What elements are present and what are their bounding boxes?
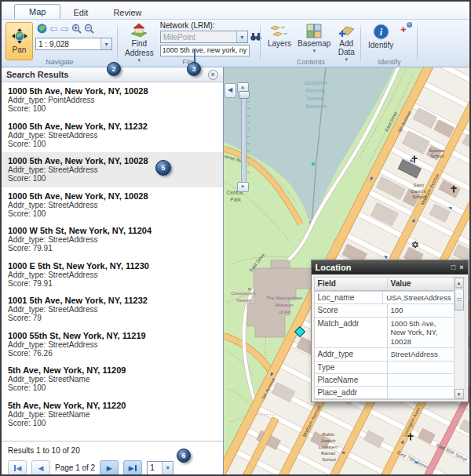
last-page-button[interactable]: ▶ xyxy=(123,460,142,475)
group-label-navigate: Navigate xyxy=(2,58,118,66)
forward-extent-icon[interactable]: ⇨ xyxy=(60,24,69,34)
popup-close-icon[interactable]: × xyxy=(459,263,463,271)
page-indicator: Page 1 of 2 xyxy=(55,463,95,472)
result-score: Score: 79.91 xyxy=(8,244,217,253)
result-item[interactable]: 1000 E 5th St, New York, NY, 11230 Addr_… xyxy=(2,257,223,293)
scrollbar-up-icon[interactable]: ▴ xyxy=(455,278,464,288)
next-page-button[interactable]: ▶ xyxy=(100,460,119,475)
location-popup-titlebar[interactable]: Location □ × xyxy=(312,260,468,274)
zoom-in-icon[interactable] xyxy=(71,24,82,34)
previous-page-button[interactable]: ◀ xyxy=(31,460,50,475)
zoom-out-icon[interactable] xyxy=(84,24,94,34)
popup-maximize-icon[interactable]: □ xyxy=(451,263,455,271)
identify-screentip-icon[interactable]: + i xyxy=(400,23,412,35)
zoom-slider-down-button[interactable]: ▾ xyxy=(237,182,249,192)
result-score: Score: 100 xyxy=(8,174,217,183)
callout-stem-3 xyxy=(194,49,195,63)
page-number-dropdown-icon[interactable]: ▾ xyxy=(162,462,173,474)
location-popup: Location □ × Field Value Loc_nameUSA.Str… xyxy=(311,260,469,402)
page-number-value: 1 xyxy=(148,463,162,472)
full-extent-globe-icon[interactable] xyxy=(37,24,47,34)
attribute-row: Rank xyxy=(315,399,455,401)
zoom-slider-track[interactable] xyxy=(241,92,246,183)
group-navigate: Pan ⇦ ⇨ xyxy=(2,20,118,67)
scale-dropdown-icon[interactable]: ▾ xyxy=(100,38,111,49)
map-view[interactable]: East 79th Street East 80th Street Lexing… xyxy=(224,67,469,475)
scale-value: 1 : 9,028 xyxy=(36,40,100,49)
attribute-row: Score100 xyxy=(315,304,455,318)
first-page-button[interactable]: ◀ xyxy=(8,460,27,475)
search-results-panel: Search Results × 1000 5th Ave, New York,… xyxy=(2,67,224,475)
result-score: Score: 100 xyxy=(8,104,217,113)
result-item[interactable]: 1000 5th Ave, New York, NY, 10028 Addr_t… xyxy=(2,187,223,223)
attribute-row: Match_addr1000 5th Ave, New York, NY, 10… xyxy=(315,318,455,349)
result-item-selected[interactable]: 1000 5th Ave, New York, NY, 10028 Addr_t… xyxy=(2,152,223,187)
result-address: 1001 5th Ave, New York, NY, 11232 xyxy=(8,296,217,305)
find-address-label-1: Find xyxy=(132,39,147,48)
result-address: 1000 5th Ave, New York, NY, 10028 xyxy=(8,191,217,201)
group-contents: Layers Basemap ▾ Add Data ▾ xyxy=(261,20,361,67)
result-addr-type: Addr_type: StreetAddress xyxy=(8,340,217,349)
collapse-panel-button[interactable]: ◀ xyxy=(225,83,236,98)
result-score: Score: 79.91 xyxy=(8,279,217,288)
result-addr-type: Addr_type: StreetName xyxy=(8,410,217,419)
basemap-label: Basemap xyxy=(298,39,330,48)
result-score: Score: 100 xyxy=(8,140,217,148)
panel-close-icon[interactable]: × xyxy=(208,70,218,80)
result-score: Score: 79 xyxy=(8,314,217,322)
location-popup-body: Field Value Loc_nameUSA.StreetAddress Sc… xyxy=(314,277,466,400)
group-find: Find Address ▾ Network (LRM): MilePoint … xyxy=(118,20,261,67)
network-label: Network (LRM): xyxy=(160,21,261,30)
result-score: Score: 76.26 xyxy=(8,349,217,358)
callout-balloon-3: 3 xyxy=(187,62,201,76)
basemap-button[interactable]: Basemap ▾ xyxy=(294,23,334,53)
find-address-label-2: Address xyxy=(125,49,154,57)
result-item[interactable]: 1000 5th Ave, New York, NY, 10028 Addr_t… xyxy=(2,82,223,118)
popup-scrollbar[interactable]: ▴ ▾ xyxy=(454,278,465,399)
result-score: Score: 100 xyxy=(8,209,217,218)
add-data-button[interactable]: Add Data ▾ xyxy=(334,23,359,62)
result-item[interactable]: 5th Ave, New York, NY, 11220 Addr_type: … xyxy=(2,397,223,432)
result-item[interactable]: 1000 W 5th St, New York, NY, 11204 Addr_… xyxy=(2,222,223,257)
result-addr-type: Addr_type: StreetAddress xyxy=(8,271,217,279)
tab-map[interactable]: Map xyxy=(14,4,60,19)
scrollbar-thumb[interactable] xyxy=(455,289,464,311)
network-combo[interactable]: MilePoint ▾ xyxy=(160,31,248,43)
layers-button[interactable]: Layers xyxy=(265,23,294,49)
pagination-bar: ◀ ◀ Page 1 of 2 ▶ ▶ 1 ▾ xyxy=(8,460,217,475)
group-identify: i Identify + i Identify xyxy=(361,20,418,67)
binoculars-icon[interactable] xyxy=(250,32,261,42)
attribute-table: Field Value Loc_nameUSA.StreetAddress Sc… xyxy=(315,278,455,400)
result-address: 1000 W 5th St, New York, NY, 11204 xyxy=(8,226,217,235)
group-label-identify: Identify xyxy=(361,58,418,66)
pan-button[interactable]: Pan xyxy=(5,22,33,60)
identify-label: Identify xyxy=(368,41,393,49)
result-score: Score: 100 xyxy=(8,419,217,427)
result-item[interactable]: 1000 5th Ave, New York, NY, 11232 Addr_t… xyxy=(2,118,223,153)
result-item[interactable]: 5th Ave, New York, NY, 11209 Addr_type: … xyxy=(2,362,223,397)
layers-icon xyxy=(270,24,289,38)
result-item[interactable]: 1000 55th St, New York, NY, 11219 Addr_t… xyxy=(2,327,223,362)
callout-balloon-5: 5 xyxy=(155,160,171,176)
result-addr-type: Addr_type: StreetAddress xyxy=(8,131,217,140)
address-search-input[interactable]: 1000 5th ave, new york, ny xyxy=(160,45,250,56)
identify-button[interactable]: i Identify xyxy=(365,23,396,50)
back-extent-icon[interactable]: ⇦ xyxy=(49,24,58,34)
find-address-button[interactable]: Find Address ▾ xyxy=(122,22,157,63)
basemap-dropdown-icon: ▾ xyxy=(312,49,316,53)
scale-combo[interactable]: 1 : 9,028 ▾ xyxy=(35,38,112,50)
network-dropdown-icon[interactable]: ▾ xyxy=(236,31,247,42)
pan-globe-icon xyxy=(12,28,27,44)
zoom-slider-thumb[interactable] xyxy=(239,91,250,99)
pan-label: Pan xyxy=(13,45,27,54)
attribute-row: Place_addr xyxy=(315,387,455,399)
result-item[interactable]: 1001 5th Ave, New York, NY, 11232 Addr_t… xyxy=(2,292,223,327)
tab-review[interactable]: Review xyxy=(100,5,154,19)
tab-edit[interactable]: Edit xyxy=(60,5,100,19)
attribute-table-header: Field Value xyxy=(315,278,455,292)
scrollbar-down-icon[interactable]: ▾ xyxy=(455,389,464,399)
callout-balloon-6: 6 xyxy=(177,449,191,463)
column-value: Value xyxy=(388,278,455,291)
identify-icon: i xyxy=(373,24,389,40)
page-number-combo[interactable]: 1 ▾ xyxy=(147,461,173,475)
